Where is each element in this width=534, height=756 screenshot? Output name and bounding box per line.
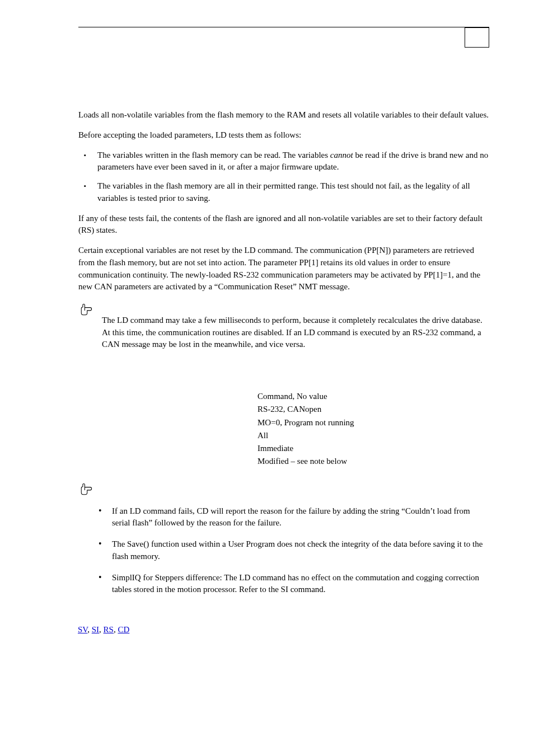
attr-label: Restrictions: xyxy=(78,416,257,429)
notes-list: If an LD command fails, CD will report t… xyxy=(95,505,489,597)
attr-row: Unit modes: All xyxy=(78,429,489,442)
attr-row: Restrictions: MO=0, Program not running xyxy=(78,416,489,429)
attr-label: Source: xyxy=(78,403,257,416)
emph: cannot xyxy=(330,151,353,159)
text: The variables in the flash memory are al… xyxy=(97,181,470,203)
attr-value: RS-232, CANopen xyxy=(257,403,489,416)
attr-value: All xyxy=(257,429,489,442)
page-number-box xyxy=(465,27,489,48)
list-item: If an LD command fails, CD will report t… xyxy=(95,505,489,530)
list-item: The variables in the flash memory are al… xyxy=(78,180,489,205)
header-rule xyxy=(78,27,489,27)
note-heading: Notes: xyxy=(102,481,489,493)
attr-row: Type: Command, No value xyxy=(78,390,489,403)
attr-row: Source: RS-232, CANopen xyxy=(78,403,489,416)
fail-paragraph: If any of these tests fail, the contents… xyxy=(78,213,489,237)
pointing-hand-icon xyxy=(78,482,94,497)
attr-value: MO=0, Program not running xyxy=(257,416,489,429)
before-paragraph: Before accepting the loaded parameters, … xyxy=(78,129,489,142)
heading-see-also: See also: xyxy=(78,608,489,621)
list-item: The Save() function used within a User P… xyxy=(95,538,489,563)
link-si[interactable]: SI xyxy=(92,625,99,634)
heading-attributes: Attributes: xyxy=(78,370,489,384)
sep: , xyxy=(87,625,92,634)
intro-paragraph: Loads all non-volatile variables from th… xyxy=(78,109,489,121)
attr-label: Type: xyxy=(78,390,257,403)
attr-label: Default values: xyxy=(78,455,257,468)
note-block-1: Note: The LD command may take a few mill… xyxy=(78,301,489,351)
attr-value: Immediate xyxy=(257,442,489,455)
link-rs[interactable]: RS xyxy=(104,625,114,634)
attr-label: Unit modes: xyxy=(78,429,257,442)
tests-list: The variables written in the flash memor… xyxy=(78,149,489,205)
see-also-links: SV, SI, RS, CD xyxy=(78,624,489,636)
attributes-table: Type: Command, No value Source: RS-232, … xyxy=(78,390,489,468)
pointing-hand-icon xyxy=(78,302,94,318)
text: The variables written in the flash memor… xyxy=(97,151,330,159)
list-item: The variables written in the flash memor… xyxy=(78,149,489,174)
note-body: The LD command may take a few millisecon… xyxy=(102,316,483,349)
attr-value: Command, No value xyxy=(257,390,489,403)
note-block-2: Notes: xyxy=(78,481,489,497)
note-heading: Note: xyxy=(102,301,489,313)
attr-label: Activation: xyxy=(78,442,257,455)
heading-purpose: Purpose: xyxy=(78,87,489,101)
exceptional-paragraph: Certain exceptional variables are not re… xyxy=(78,245,489,293)
link-sv[interactable]: SV xyxy=(78,625,87,634)
sep: , xyxy=(99,625,101,634)
attr-value: Modified – see note below xyxy=(257,455,489,468)
list-item: SimplIQ for Steppers difference: The LD … xyxy=(95,572,489,597)
attr-row: Activation: Immediate xyxy=(78,442,489,455)
link-cd[interactable]: CD xyxy=(118,625,129,634)
attr-row: Default values: Modified – see note belo… xyxy=(78,455,489,468)
